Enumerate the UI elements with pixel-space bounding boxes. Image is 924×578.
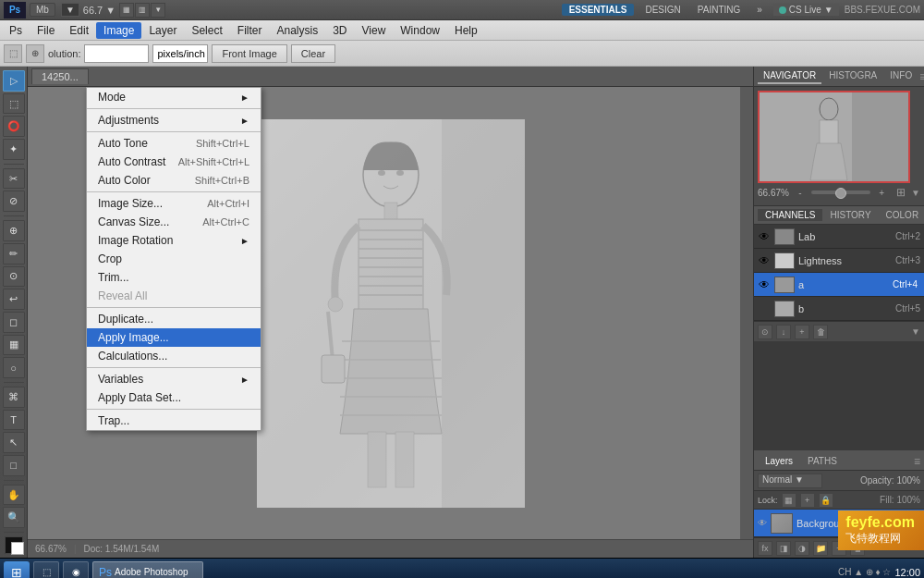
arrange-btn3[interactable]: ▼ (151, 3, 165, 18)
menu-window[interactable]: Window (393, 22, 447, 39)
ch-eye-b[interactable] (758, 302, 771, 315)
menu-auto-tone[interactable]: Auto Tone Shift+Ctrl+L (87, 134, 261, 153)
menu-file[interactable]: File (30, 22, 62, 39)
menu-select[interactable]: Select (184, 22, 229, 39)
arrange-btn2[interactable]: ▥ (135, 3, 150, 18)
blend-mode-dropdown[interactable]: Normal ▼ (758, 473, 822, 488)
menu-trim[interactable]: Trim... (87, 268, 261, 287)
channel-row-b[interactable]: b Ctrl+5 (754, 297, 924, 321)
resolution-input[interactable] (84, 44, 149, 63)
menu-crop[interactable]: Crop (87, 250, 261, 268)
tool-magic-wand[interactable]: ✦ (3, 139, 25, 160)
tab-histogram[interactable]: HISTOGRA (823, 68, 882, 84)
ch-collapse-btn[interactable]: ▼ (911, 326, 920, 337)
nav-arrow-btn[interactable]: ▼ (911, 188, 920, 198)
layer-mask-btn[interactable]: ◨ (776, 541, 791, 556)
tool-crop[interactable]: ✂ (3, 168, 25, 190)
more-btn[interactable]: » (751, 4, 768, 16)
menu-help[interactable]: Help (447, 22, 485, 39)
tool-heal[interactable]: ⊕ (3, 220, 25, 241)
ch-btn-new[interactable]: + (795, 325, 809, 339)
channel-row-lightness[interactable]: 👁 Lightness Ctrl+3 (754, 249, 924, 273)
ch-btn-dotted[interactable]: ⊙ (758, 325, 772, 339)
cs-live-btn[interactable]: CS Live▼ (773, 4, 839, 16)
tool-eyedropper[interactable]: ⊘ (3, 191, 25, 212)
taskbar-btn1[interactable]: ⬚ (33, 561, 59, 579)
menu-trap[interactable]: Trap... (87, 412, 261, 430)
lock-all-btn[interactable]: 🔒 (819, 493, 833, 508)
panel-menu-btn[interactable]: ≡ (919, 70, 924, 83)
tool-clone[interactable]: ⊙ (3, 266, 25, 288)
tab-color[interactable]: COLOR (879, 209, 924, 221)
menu-image[interactable]: Image (96, 22, 141, 39)
tool-history-brush[interactable]: ↩ (3, 289, 25, 310)
tool-dodge[interactable]: ○ (3, 357, 25, 378)
tool-shape[interactable]: □ (3, 455, 25, 476)
tool-gradient[interactable]: ▦ (3, 335, 25, 356)
front-image-button[interactable]: Front Image (212, 44, 286, 63)
ch-eye-lightness[interactable]: 👁 (758, 254, 771, 267)
canvas-content[interactable]: Mode ► Adjustments ► Auto Tone Shift+Ctr… (28, 87, 753, 539)
resolution-unit-dropdown[interactable]: pixels/inch (152, 44, 208, 63)
ch-btn-save[interactable]: ↓ (776, 325, 791, 339)
layer-eye-background[interactable]: 👁 (758, 518, 767, 528)
tool-type[interactable]: T (3, 410, 25, 431)
painting-btn[interactable]: PAINTING (692, 4, 746, 16)
tool-brush[interactable]: ✏ (3, 243, 25, 264)
tab-history[interactable]: HISTORY (822, 209, 878, 221)
taskbar-window-photoshop[interactable]: Ps Adobe Photoshop (92, 561, 203, 579)
layer-fx-btn[interactable]: fx (758, 541, 772, 556)
ch-btn-delete[interactable]: 🗑 (813, 325, 828, 339)
menu-analysis[interactable]: Analysis (269, 22, 325, 39)
arrange-btn1[interactable]: ▦ (119, 3, 134, 18)
nav-expand-btn[interactable]: ⊞ (896, 186, 906, 199)
lock-pixels-btn[interactable]: ▦ (782, 493, 796, 508)
tool-lasso[interactable]: ⭕ (3, 116, 25, 137)
tool-hand[interactable]: ✋ (3, 485, 25, 506)
fill-control[interactable]: Fill: 100% (880, 495, 920, 505)
channel-row-a[interactable]: 👁 a Ctrl+4 (754, 273, 924, 297)
tool-path-select[interactable]: ↖ (3, 432, 25, 453)
menu-mode[interactable]: Mode ► (87, 88, 261, 106)
menu-layer[interactable]: Layer (141, 22, 184, 39)
zoom-out-btn[interactable]: - (793, 187, 808, 198)
menu-edit[interactable]: Edit (62, 22, 96, 39)
tool-eraser[interactable]: ◻ (3, 312, 25, 333)
nav-zoom-slider[interactable] (811, 191, 870, 194)
layer-group-btn[interactable]: 📁 (813, 541, 828, 556)
menu-auto-contrast[interactable]: Auto Contrast Alt+Shift+Ctrl+L (87, 153, 261, 171)
menu-image-size[interactable]: Image Size... Alt+Ctrl+I (87, 194, 261, 213)
menu-variables[interactable]: Variables ► (87, 370, 261, 388)
ch-eye-lab[interactable]: 👁 (758, 230, 771, 243)
layers-menu-btn[interactable]: ≡ (914, 455, 920, 468)
menu-apply-image[interactable]: Apply Image... (87, 328, 261, 347)
menu-canvas-size[interactable]: Canvas Size... Alt+Ctrl+C (87, 213, 261, 231)
menu-auto-color[interactable]: Auto Color Shift+Ctrl+B (87, 171, 261, 190)
menu-duplicate[interactable]: Duplicate... (87, 310, 261, 328)
ch-eye-a[interactable]: 👁 (758, 278, 771, 291)
channel-row-lab[interactable]: 👁 Lab Ctrl+2 (754, 225, 924, 249)
menu-3d[interactable]: 3D (325, 22, 354, 39)
design-btn[interactable]: DESIGN (639, 4, 686, 16)
menu-calculations[interactable]: Calculations... (87, 347, 261, 365)
tab-layers[interactable]: Layers (758, 455, 800, 467)
start-button[interactable]: ⊞ (4, 561, 30, 579)
menu-ps[interactable]: Ps (2, 22, 30, 39)
tool-pen[interactable]: ⌘ (3, 387, 25, 408)
menu-image-rotation[interactable]: Image Rotation ► (87, 231, 261, 250)
essentials-btn[interactable]: ESSENTIALS (562, 4, 635, 16)
zoom-in-btn[interactable]: + (874, 187, 889, 198)
menu-adjustments[interactable]: Adjustments ► (87, 111, 261, 129)
opacity-control[interactable]: Opacity: 100% (860, 475, 920, 486)
mb-tab[interactable]: Mb (30, 3, 55, 17)
clear-button[interactable]: Clear (291, 44, 335, 63)
menu-view[interactable]: View (355, 22, 394, 39)
tool-zoom[interactable]: 🔍 (3, 507, 25, 528)
tab-channels[interactable]: CHANNELS (758, 209, 822, 221)
tool-move[interactable]: ▷ (3, 70, 25, 92)
taskbar-btn2[interactable]: ◉ (63, 561, 89, 579)
mode-dropdown[interactable]: ▼ (61, 3, 79, 17)
canvas-tab[interactable]: 14250... (31, 68, 89, 84)
tab-info[interactable]: INFO (884, 68, 918, 84)
lock-position-btn[interactable]: + (800, 493, 815, 508)
